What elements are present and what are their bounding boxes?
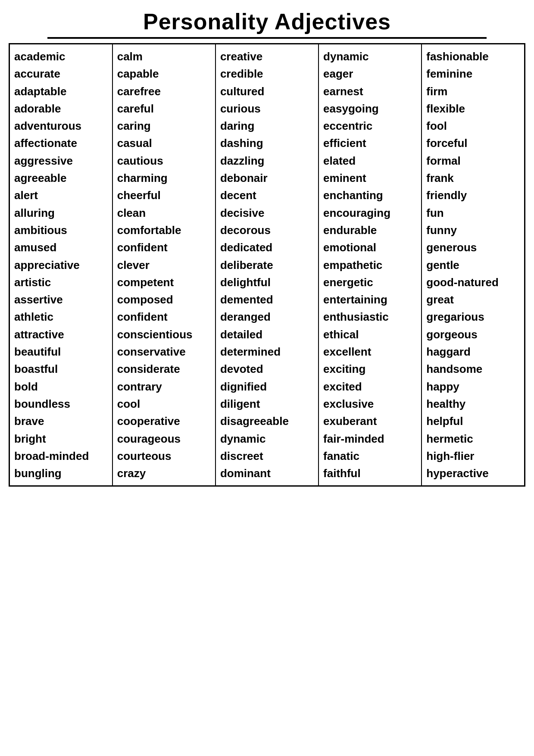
list-item: detailed [220, 326, 314, 343]
list-item: adaptable [14, 83, 108, 100]
list-item: fair-minded [323, 430, 417, 447]
list-item: confident [117, 239, 211, 256]
list-item: eccentric [323, 117, 417, 134]
list-item: decorous [220, 222, 314, 239]
list-item: accurate [14, 65, 108, 82]
list-item: healthy [426, 395, 520, 412]
list-item: cooperative [117, 412, 211, 430]
list-item: attractive [14, 326, 108, 343]
list-item: firm [426, 83, 520, 100]
list-item: fanatic [323, 447, 417, 465]
list-item: hermetic [426, 430, 520, 447]
list-item: fashionable [426, 48, 520, 65]
list-item: dominant [220, 465, 314, 482]
list-item: carefree [117, 83, 211, 100]
list-item: enthusiastic [323, 308, 417, 325]
list-item: dashing [220, 134, 314, 152]
list-item: cheerful [117, 187, 211, 204]
column-2: calmcapablecarefreecarefulcaringcasualca… [112, 44, 215, 486]
list-item: beautiful [14, 343, 108, 360]
list-item: diligent [220, 395, 314, 412]
column-4: dynamiceagerearnesteasygoingeccentriceff… [319, 44, 422, 486]
list-item: encouraging [323, 204, 417, 222]
list-item: alluring [14, 204, 108, 222]
list-item: confident [117, 308, 211, 325]
word-list-4: dynamiceagerearnesteasygoingeccentriceff… [323, 48, 417, 482]
list-item: considerate [117, 360, 211, 378]
list-item: crazy [117, 465, 211, 482]
list-item: curious [220, 100, 314, 117]
list-item: fool [426, 117, 520, 134]
list-item: competent [117, 274, 211, 291]
list-item: careful [117, 100, 211, 117]
list-item: dynamic [220, 430, 314, 447]
list-item: boastful [14, 360, 108, 378]
list-item: debonair [220, 169, 314, 187]
list-item: gentle [426, 256, 520, 274]
column-3: creativecredibleculturedcuriousdaringdas… [215, 44, 319, 486]
list-item: feminine [426, 65, 520, 82]
list-item: exclusive [323, 395, 417, 412]
list-item: dignified [220, 378, 314, 395]
list-item: fun [426, 204, 520, 222]
list-item: amused [14, 239, 108, 256]
list-item: calm [117, 48, 211, 65]
list-item: aggressive [14, 152, 108, 169]
list-item: casual [117, 134, 211, 152]
list-item: comfortable [117, 222, 211, 239]
list-item: appreciative [14, 256, 108, 274]
list-item: determined [220, 343, 314, 360]
list-item: excellent [323, 343, 417, 360]
column-1: academicaccurateadaptableadorableadventu… [9, 44, 112, 486]
list-item: ethical [323, 326, 417, 343]
title-section: Personality Adjectives [9, 9, 525, 39]
list-item: conservative [117, 343, 211, 360]
list-item: decent [220, 187, 314, 204]
list-item: frank [426, 169, 520, 187]
list-item: eager [323, 65, 417, 82]
list-item: great [426, 291, 520, 308]
list-item: gregarious [426, 308, 520, 325]
list-item: eminent [323, 169, 417, 187]
list-item: dazzling [220, 152, 314, 169]
list-item: bright [14, 430, 108, 447]
list-item: helpful [426, 412, 520, 430]
list-item: academic [14, 48, 108, 65]
list-item: adventurous [14, 117, 108, 134]
list-item: courageous [117, 430, 211, 447]
list-item: handsome [426, 360, 520, 378]
list-item: enchanting [323, 187, 417, 204]
list-item: forceful [426, 134, 520, 152]
column-5: fashionablefemininefirmflexiblefoolforce… [422, 44, 525, 486]
list-item: empathetic [323, 256, 417, 274]
list-item: cool [117, 395, 211, 412]
list-item: deranged [220, 308, 314, 325]
title-underline [47, 37, 487, 39]
word-table: academicaccurateadaptableadorableadventu… [9, 43, 525, 487]
list-item: clean [117, 204, 211, 222]
list-item: exciting [323, 360, 417, 378]
list-item: energetic [323, 274, 417, 291]
list-item: clever [117, 256, 211, 274]
list-item: composed [117, 291, 211, 308]
list-item: devoted [220, 360, 314, 378]
list-item: artistic [14, 274, 108, 291]
list-item: emotional [323, 239, 417, 256]
word-list-1: academicaccurateadaptableadorableadventu… [14, 48, 108, 482]
list-item: haggard [426, 343, 520, 360]
list-item: cautious [117, 152, 211, 169]
list-item: daring [220, 117, 314, 134]
list-item: cultured [220, 83, 314, 100]
list-item: decisive [220, 204, 314, 222]
list-item: bold [14, 378, 108, 395]
list-item: conscientious [117, 326, 211, 343]
list-item: earnest [323, 83, 417, 100]
table-row: academicaccurateadaptableadorableadventu… [9, 44, 525, 486]
list-item: charming [117, 169, 211, 187]
list-item: discreet [220, 447, 314, 465]
list-item: agreeable [14, 169, 108, 187]
list-item: high-flier [426, 447, 520, 465]
list-item: friendly [426, 187, 520, 204]
list-item: funny [426, 222, 520, 239]
list-item: capable [117, 65, 211, 82]
